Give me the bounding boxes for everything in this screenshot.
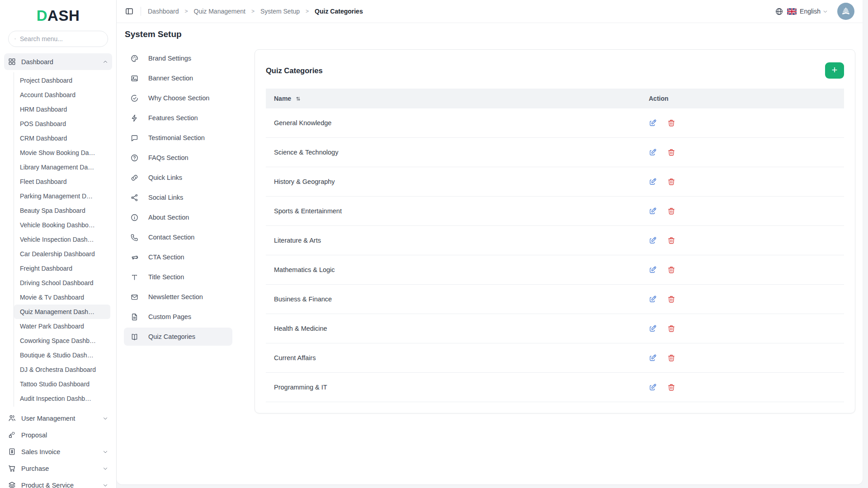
sidebar-item-tattoo-studio[interactable]: Tattoo Studio Dashboard [14, 377, 110, 391]
megaphone-icon [130, 253, 139, 262]
search-input[interactable] [20, 35, 102, 42]
setup-item-testimonial-section[interactable]: Testimonial Section [124, 129, 232, 147]
setup-item-label: CTA Section [148, 253, 184, 261]
palette-icon [130, 54, 139, 63]
setup-item-contact-section[interactable]: Contact Section [124, 228, 232, 246]
sidebar-item-movie-tv[interactable]: Movie & Tv Dashboard [14, 290, 110, 305]
edit-button[interactable] [649, 119, 657, 127]
sidebar-item-beauty-spa[interactable]: Beauty Spa Dashboard [14, 203, 110, 218]
setup-item-quick-links[interactable]: Quick Links [124, 169, 232, 187]
sidebar-item-movie-show-booking[interactable]: Movie Show Booking Da… [14, 145, 110, 160]
sidebar-item-project-dashboard[interactable]: Project Dashboard [14, 73, 110, 88]
sidebar-item-quiz-management[interactable]: Quiz Management Dash… [14, 305, 110, 319]
group-label: Dashboard [21, 58, 53, 66]
edit-button[interactable] [649, 178, 657, 186]
edit-button[interactable] [649, 295, 657, 303]
sidebar-item-water-park[interactable]: Water Park Dashboard [14, 319, 110, 333]
delete-button[interactable] [667, 266, 675, 274]
setup-item-faqs-section[interactable]: FAQs Section [124, 149, 232, 167]
sidebar-item-driving-school[interactable]: Driving School Dashboard [14, 276, 110, 290]
breadcrumb-system-setup[interactable]: System Setup [260, 8, 300, 15]
topbar-divider [141, 7, 141, 16]
sidebar-item-audit-inspection[interactable]: Audit Inspection Dashb… [14, 391, 110, 406]
sidebar-group-purchase[interactable]: Purchase [4, 460, 112, 477]
table-row: Health & Medicine [266, 314, 844, 343]
edit-button[interactable] [649, 354, 657, 362]
setup-item-about-section[interactable]: About Section [124, 208, 232, 226]
delete-button[interactable] [667, 148, 675, 156]
edit-icon [649, 295, 657, 303]
trash-icon [667, 383, 675, 391]
edit-button[interactable] [649, 324, 657, 333]
content-area: System Setup Brand Settings [117, 23, 863, 484]
setup-item-label: Quick Links [148, 174, 182, 181]
sidebar-group-product-service[interactable]: Product & Service [4, 477, 112, 488]
edit-button[interactable] [649, 148, 657, 156]
message-icon [130, 134, 139, 142]
setup-item-label: Features Section [148, 114, 198, 122]
sidebar-item-freight-dashboard[interactable]: Freight Dashboard [14, 261, 110, 276]
chevron-down-icon [102, 482, 108, 488]
sidebar-item-crm-dashboard[interactable]: CRM Dashboard [14, 131, 110, 145]
edit-button[interactable] [649, 266, 657, 274]
sidebar-group-sales-invoice[interactable]: Sales Invoice [4, 443, 112, 460]
uk-flag-icon[interactable] [787, 8, 797, 15]
delete-button[interactable] [667, 324, 675, 333]
sidebar-item-dj-orchestra[interactable]: DJ & Orchestra Dashboard [14, 362, 110, 377]
sidebar-group-user-management[interactable]: User Management [4, 410, 112, 427]
setup-item-label: Custom Pages [148, 313, 191, 320]
setup-item-newsletter-section[interactable]: Newsletter Section [124, 288, 232, 306]
setup-item-label: Why Choose Section [148, 94, 209, 102]
sidebar-item-fleet-dashboard[interactable]: Fleet Dashboard [14, 174, 110, 189]
edit-button[interactable] [649, 383, 657, 391]
sidebar-item-account-dashboard[interactable]: Account Dashboard [14, 88, 110, 102]
setup-item-cta-section[interactable]: CTA Section [124, 248, 232, 266]
chevron-down-icon[interactable] [822, 9, 828, 14]
edit-icon [649, 207, 657, 215]
trash-icon [667, 324, 675, 333]
sidebar-item-hrm-dashboard[interactable]: HRM Dashboard [14, 102, 110, 117]
delete-button[interactable] [667, 295, 675, 303]
sidebar-item-vehicle-booking[interactable]: Vehicle Booking Dashbo… [14, 218, 110, 232]
setup-item-banner-section[interactable]: Banner Section [124, 69, 232, 87]
chevron-down-icon [102, 449, 108, 455]
sidebar-toggle-button[interactable] [125, 7, 134, 16]
delete-button[interactable] [667, 178, 675, 186]
setup-item-social-links[interactable]: Social Links [124, 188, 232, 206]
sidebar-group-dashboard[interactable]: Dashboard [4, 53, 112, 70]
category-name: Programming & IT [266, 384, 645, 391]
delete-button[interactable] [667, 236, 675, 244]
edit-button[interactable] [649, 207, 657, 215]
sidebar-item-pos-dashboard[interactable]: POS Dashboard [14, 117, 110, 131]
breadcrumb-dashboard[interactable]: Dashboard [148, 8, 179, 15]
sidebar-item-coworking-space[interactable]: Coworking Space Dashb… [14, 333, 110, 348]
sort-icon[interactable] [295, 95, 302, 102]
sidebar-item-vehicle-inspection[interactable]: Vehicle Inspection Dash… [14, 232, 110, 247]
breadcrumb-quiz-management[interactable]: Quiz Management [194, 8, 245, 15]
trash-icon [667, 119, 675, 127]
setup-item-features-section[interactable]: Features Section [124, 109, 232, 127]
edit-button[interactable] [649, 236, 657, 244]
add-category-button[interactable]: + [825, 62, 844, 79]
delete-button[interactable] [667, 207, 675, 215]
breadcrumb-separator: > [185, 8, 188, 14]
setup-item-quiz-categories[interactable]: Quiz Categories [124, 328, 232, 346]
bolt-icon [130, 114, 139, 122]
edit-icon [649, 383, 657, 391]
sidebar-item-parking-management[interactable]: Parking Management D… [14, 189, 110, 203]
setup-item-why-choose-section[interactable]: Why Choose Section [124, 89, 232, 107]
sidebar-item-boutique-studio[interactable]: Boutique & Studio Dash… [14, 348, 110, 362]
setup-item-title-section[interactable]: Title Section [124, 268, 232, 286]
sidebar-item-car-dealership[interactable]: Car Dealership Dashboard [14, 247, 110, 261]
setup-item-label: Testimonial Section [148, 134, 205, 141]
delete-button[interactable] [667, 383, 675, 391]
setup-item-custom-pages[interactable]: Custom Pages [124, 308, 232, 326]
language-selector[interactable]: English [800, 8, 821, 15]
sidebar-item-library-management[interactable]: Library Management Da… [14, 160, 110, 174]
sidebar-group-proposal[interactable]: Proposal [4, 427, 112, 443]
globe-icon[interactable] [775, 7, 783, 16]
delete-button[interactable] [667, 119, 675, 127]
delete-button[interactable] [667, 354, 675, 362]
avatar[interactable] [837, 3, 854, 20]
setup-item-brand-settings[interactable]: Brand Settings [124, 49, 232, 67]
